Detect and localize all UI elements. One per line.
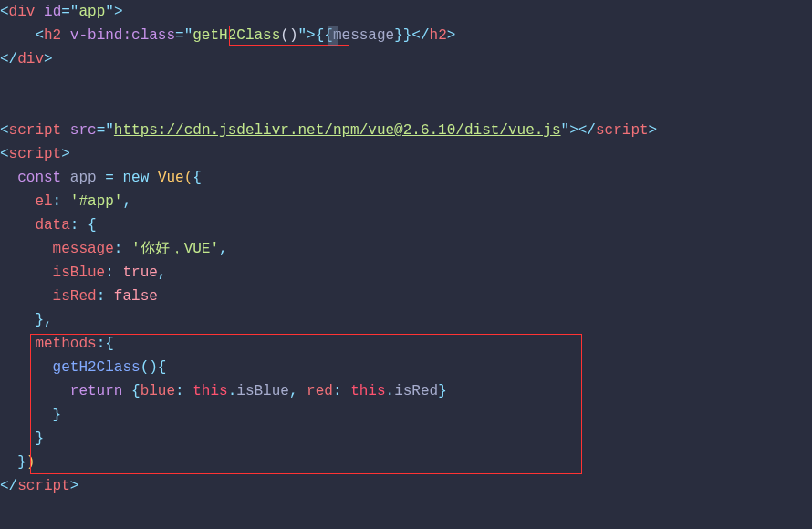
code-line[interactable]: [0, 95, 812, 119]
code-line[interactable]: <div id="app">: [0, 0, 812, 24]
code-line[interactable]: }: [0, 427, 812, 451]
code-line[interactable]: }): [0, 451, 812, 474]
code-editor[interactable]: <div id="app"> <h2 v-bind:class="getH2Cl…: [0, 0, 812, 498]
code-line[interactable]: methods:{: [0, 332, 812, 356]
code-line[interactable]: <script src="https://cdn.jsdelivr.net/np…: [0, 119, 812, 142]
code-line[interactable]: getH2Class(){: [0, 356, 812, 379]
code-line[interactable]: message: '你好，VUE',: [0, 237, 812, 261]
code-line[interactable]: <h2 v-bind:class="getH2Class()">{{messag…: [0, 24, 812, 47]
code-line[interactable]: el: '#app',: [0, 190, 812, 213]
code-line[interactable]: [0, 71, 812, 95]
code-line[interactable]: isRed: false: [0, 285, 812, 308]
code-line[interactable]: data: {: [0, 213, 812, 237]
code-line[interactable]: },: [0, 308, 812, 332]
code-line[interactable]: <script>: [0, 142, 812, 166]
code-line[interactable]: }: [0, 403, 812, 427]
code-line[interactable]: </script>: [0, 474, 812, 498]
code-line[interactable]: const app = new Vue({: [0, 166, 812, 190]
code-line[interactable]: isBlue: true,: [0, 261, 812, 285]
code-line[interactable]: return {blue: this.isBlue, red: this.isR…: [0, 379, 812, 403]
code-line[interactable]: </div>: [0, 47, 812, 71]
